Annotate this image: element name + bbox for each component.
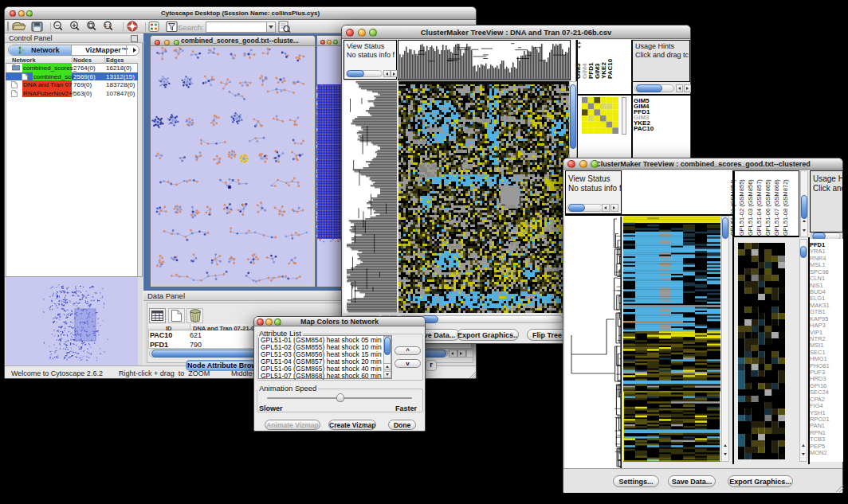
svg-text:1:1: 1:1 — [104, 23, 111, 28]
